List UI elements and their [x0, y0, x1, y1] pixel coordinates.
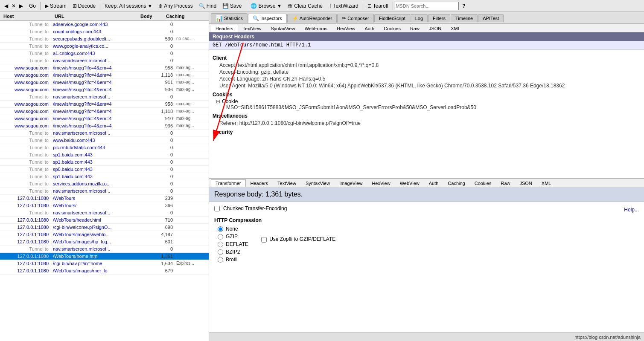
bzip2-radio[interactable] — [218, 249, 223, 255]
keep-button[interactable]: Keep: All sessions ▼ — [102, 1, 155, 11]
tab-filters[interactable]: Filters — [428, 14, 450, 22]
session-row[interactable]: Tunnel toadservice.google.com:4430 — [0, 21, 209, 28]
zopfli-checkbox[interactable] — [261, 237, 267, 243]
host-cell: Tunnel to — [0, 188, 51, 194]
response-sub-tab-hexview[interactable]: HexView — [367, 179, 395, 187]
request-sub-tab-cookies[interactable]: Cookies — [379, 25, 405, 32]
session-row[interactable]: 127.0.0.1:1080/WebTours/home.html1,361 — [0, 253, 209, 260]
help-button[interactable]: ? — [460, 1, 468, 11]
request-sub-tab-webforms[interactable]: WebForms — [300, 25, 332, 32]
tab-fiddlerscript[interactable]: FiddlerScript — [374, 14, 410, 22]
session-row[interactable]: 127.0.0.1:1080/WebTours/header.html710 — [0, 217, 209, 224]
response-sub-tab-json[interactable]: JSON — [515, 179, 536, 187]
session-row[interactable]: Tunnel tonav.smartscreen.microsof...0 — [0, 246, 209, 253]
request-sub-tab-raw[interactable]: Raw — [405, 25, 424, 32]
url-cell: /imewis/msugg?ifc=4&em=4 — [51, 108, 149, 114]
session-row[interactable]: Tunnel towww.baidu.com:4430 — [0, 137, 209, 144]
any-process-button[interactable]: ⊕ Any Process — [156, 1, 195, 11]
tab-log[interactable]: Log — [411, 14, 428, 22]
response-sub-tab-syntaxview[interactable]: SyntaxView — [301, 179, 335, 187]
save-button[interactable]: 💾 Save — [220, 1, 244, 11]
session-row[interactable]: Tunnel towww.google-analytics.co...0 — [0, 43, 209, 50]
response-panel: TransformerHeadersTextViewSyntaxViewImag… — [209, 179, 644, 332]
session-row[interactable]: Tunnel tosp0.baidu.com:4430 — [0, 166, 209, 173]
url-cell: /imewis/msugg?ifc=4&em=4 — [51, 123, 149, 129]
deflate-radio[interactable] — [218, 242, 223, 247]
request-sub-tab-syntaxview[interactable]: SyntaxView — [266, 25, 300, 32]
textwizard-button[interactable]: T TextWizard — [326, 1, 361, 11]
go-button[interactable]: Go — [26, 1, 38, 11]
response-sub-tab-xml[interactable]: XML — [537, 179, 556, 187]
request-sub-tab-hexview[interactable]: HexView — [332, 25, 360, 32]
request-sub-tab-json[interactable]: JSON — [424, 25, 446, 32]
session-row[interactable]: Tunnel tosp1.baidu.com:4430 — [0, 151, 209, 159]
tearoff-button[interactable]: ⊡ Tearoff — [365, 1, 391, 11]
url-cell: /imewis/msugg?ifc=4&em=4 — [51, 101, 149, 107]
tab-timeline[interactable]: Timeline — [451, 14, 478, 22]
session-row[interactable]: 127.0.0.1:1080/WebTours/images/hp_log...… — [0, 238, 209, 246]
response-sub-tab-headers[interactable]: Headers — [246, 179, 273, 187]
session-row[interactable]: Tunnel toservices.addons.mozilla.o...0 — [0, 180, 209, 188]
session-row[interactable]: www.sogou.com/imewis/msugg?ifc=4&em=4936… — [0, 86, 209, 93]
back-button[interactable]: ◀ — [2, 1, 11, 11]
response-sub-tab-textview[interactable]: TextView — [273, 179, 301, 187]
tab-autoresponder[interactable]: ⚡ AutoResponder — [287, 14, 337, 23]
session-row[interactable]: Tunnel topic.rmb.bdstatic.com:4430 — [0, 144, 209, 151]
session-row[interactable]: 127.0.0.1:1080/WebTours/images/webto...4… — [0, 231, 209, 238]
tab-inspectors[interactable]: 🔍 Inspectors — [248, 14, 287, 23]
response-sub-tab-cookies[interactable]: Cookies — [470, 179, 496, 187]
gzip-radio[interactable] — [218, 234, 223, 240]
session-row[interactable]: Tunnel tonav.smartscreen.microsof...0 — [0, 209, 209, 217]
session-row[interactable]: Tunnel tonav.smartscreen.microsof...0 — [0, 188, 209, 195]
help-link[interactable]: Help... — [624, 207, 639, 213]
session-row[interactable]: www.sogou.com/imewis/msugg?ifc=4&em=4911… — [0, 79, 209, 86]
brotli-radio[interactable] — [218, 257, 223, 263]
response-sub-tab-caching[interactable]: Caching — [443, 179, 469, 187]
session-row[interactable]: 127.0.0.1:1080/cgi-bin/welcome.pl?signO.… — [0, 224, 209, 231]
msdn-search-input[interactable] — [395, 2, 459, 10]
radio-group: None GZIP DEFLATE — [214, 226, 248, 263]
chunked-encoding-checkbox[interactable] — [214, 206, 220, 211]
response-sub-tab-transformer[interactable]: Transformer — [211, 179, 246, 187]
none-radio[interactable] — [218, 226, 223, 232]
stream-button[interactable]: ▶ Stream — [42, 1, 69, 11]
right-panel: 📊 Statistics🔍 Inspectors⚡ AutoResponder✏… — [209, 12, 644, 341]
session-row[interactable]: Tunnel tosp1.baidu.com:4430 — [0, 173, 209, 180]
session-row[interactable]: 127.0.0.1:1080/cgi-bin/nav.pl?in=home1,6… — [0, 260, 209, 267]
session-row[interactable]: 127.0.0.1:1080/WebTours/images/mer_lo679 — [0, 267, 209, 275]
response-content: Chunked Transfer-Encoding Help... HTTP C… — [209, 202, 644, 332]
forward-button[interactable]: ▶ — [17, 1, 26, 11]
response-sub-tab-raw[interactable]: Raw — [496, 179, 515, 187]
session-row[interactable]: www.sogou.com/imewis/msugg?ifc=4&em=4958… — [0, 64, 209, 72]
decode-button[interactable]: ⊞ Decode — [70, 1, 98, 11]
session-row[interactable]: Tunnel tosecurepubads.g.doublecli...530n… — [0, 35, 209, 43]
clear-cache-button[interactable]: 🗑 Clear Cache — [285, 1, 325, 11]
request-sub-tab-xml[interactable]: XML — [446, 25, 465, 32]
session-row[interactable]: Tunnel tosp1.baidu.com:4430 — [0, 159, 209, 166]
session-row[interactable]: 127.0.0.1:1080/WebTours/366 — [0, 202, 209, 209]
request-sub-tab-headers[interactable]: Headers — [211, 25, 238, 32]
session-row[interactable]: Tunnel tocount.cnblogs.com:4430 — [0, 28, 209, 35]
tab-apitest[interactable]: APITest — [478, 14, 504, 22]
session-row[interactable]: www.sogou.com/imewis/msugg?ifc=4&em=41,1… — [0, 72, 209, 79]
host-cell: 127.0.0.1:1080 — [0, 195, 51, 201]
session-row[interactable]: Tunnel tonav.smartscreen.microsof...0 — [0, 93, 209, 101]
request-sub-tab-textview[interactable]: TextView — [238, 25, 266, 32]
session-row[interactable]: www.sogou.com/imewis/msugg?ifc=4&em=41,1… — [0, 108, 209, 115]
save-icon: 💾 — [222, 3, 229, 9]
tab-statistics[interactable]: 📊 Statistics — [211, 13, 248, 23]
session-row[interactable]: Tunnel tonav.smartscreen.microsof...0 — [0, 57, 209, 64]
browse-button[interactable]: 🌐 Browse ▼ — [248, 1, 284, 11]
response-sub-tab-imageview[interactable]: ImageView — [335, 179, 367, 187]
session-row[interactable]: Tunnel tonav.smartscreen.microsof...0 — [0, 130, 209, 137]
request-sub-tab-auth[interactable]: Auth — [360, 25, 379, 32]
response-sub-tab-webview[interactable]: WebView — [395, 179, 424, 187]
session-row[interactable]: www.sogou.com/imewis/msugg?ifc=4&em=4958… — [0, 101, 209, 108]
session-row[interactable]: 127.0.0.1:1080/WebTours239 — [0, 195, 209, 202]
session-row[interactable]: www.sogou.com/imewis/msugg?ifc=4&em=4910… — [0, 115, 209, 122]
response-sub-tab-auth[interactable]: Auth — [424, 179, 443, 187]
session-row[interactable]: Tunnel toa1.cnblogs.com:4430 — [0, 50, 209, 57]
find-button[interactable]: 🔍 Find — [196, 1, 219, 11]
session-row[interactable]: www.sogou.com/imewis/msugg?ifc=4&em=4936… — [0, 122, 209, 130]
tab-composer[interactable]: ✏ Composer — [337, 14, 374, 23]
